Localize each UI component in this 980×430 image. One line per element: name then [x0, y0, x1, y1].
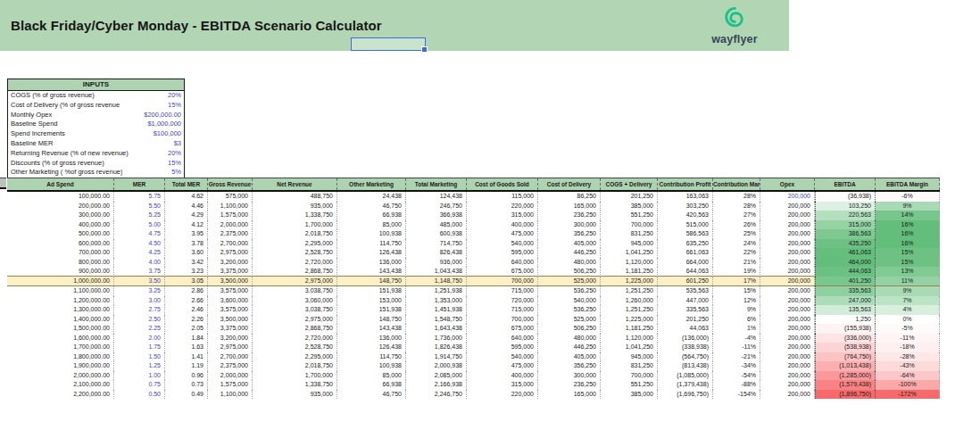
header-cell[interactable]: Net Revenue [253, 178, 337, 190]
table-cell[interactable]: 2,720,000 [253, 258, 337, 268]
input-row[interactable]: Returning Revenue (% of new revenue)20% [8, 149, 184, 159]
table-cell[interactable]: 46,750 [337, 390, 406, 400]
table-cell[interactable]: 28% [713, 202, 760, 211]
table-cell[interactable]: 2,975,000 [208, 248, 253, 258]
header-cell[interactable]: Contribution Margin [713, 178, 760, 190]
table-cell[interactable]: 447,000 [658, 296, 713, 306]
table-cell[interactable]: 115,000 [467, 192, 538, 202]
table-cell[interactable]: 200,000 [760, 248, 815, 258]
table-cell[interactable]: 356,250 [538, 229, 601, 239]
table-cell[interactable]: 461,063 [815, 248, 876, 258]
header-cell[interactable]: EBITDA Margin [876, 178, 940, 190]
table-cell[interactable]: 1,826,438 [406, 343, 467, 352]
table-cell[interactable]: 16% [876, 239, 940, 249]
table-cell[interactable]: 1,338,750 [253, 211, 337, 220]
table-cell[interactable]: 1.84 [165, 334, 208, 343]
table-cell[interactable]: 26% [713, 220, 760, 230]
table-cell[interactable]: 1,120,000 [601, 334, 658, 343]
table-cell[interactable]: 15% [876, 258, 940, 268]
table-cell[interactable]: 200,000 [760, 352, 815, 362]
table-cell[interactable]: 315,000 [815, 220, 876, 230]
table-cell[interactable]: 200,000 [760, 286, 815, 296]
table-cell[interactable]: 200,000 [760, 258, 815, 268]
table-cell[interactable]: (155,938) [815, 324, 876, 334]
table-cell[interactable]: 1,250 [815, 315, 876, 325]
table-row[interactable]: 1,600,000.002.001.843,200,0002,720,00013… [7, 334, 940, 343]
table-cell[interactable]: 595,000 [467, 248, 538, 258]
table-cell[interactable]: 220,563 [815, 211, 876, 220]
input-row[interactable]: COGS (% of gross revenue)20% [8, 91, 184, 101]
header-cell[interactable]: Contribution Profit [658, 178, 713, 190]
table-cell[interactable]: 3,575,000 [208, 305, 253, 315]
table-cell[interactable]: 2,720,000 [253, 334, 337, 343]
table-cell[interactable]: 12% [713, 296, 760, 306]
table-row[interactable]: 1,700,000.001.751.632,975,0002,528,75012… [7, 343, 940, 352]
table-cell[interactable]: 2,085,000 [406, 371, 467, 381]
table-cell[interactable]: 3.05 [165, 277, 208, 286]
table-cell[interactable]: 2,528,750 [253, 343, 337, 352]
table-cell[interactable]: 85,000 [337, 371, 406, 381]
table-cell[interactable]: 1,700,000 [253, 220, 337, 230]
table-cell[interactable]: 1,736,000 [406, 334, 467, 343]
table-cell[interactable]: 4.62 [165, 192, 208, 202]
input-value[interactable]: 20% [168, 91, 181, 101]
table-cell[interactable]: 300,000 [538, 220, 601, 230]
table-cell[interactable]: (1,696,750) [658, 390, 713, 400]
header-cell[interactable]: Cost of Delivery [538, 178, 601, 190]
table-cell[interactable]: 25% [713, 229, 760, 239]
table-cell[interactable]: 826,438 [406, 248, 467, 258]
table-cell[interactable]: 165,000 [538, 202, 601, 211]
table-cell[interactable]: 124,438 [406, 192, 467, 202]
table-cell[interactable]: 22% [713, 248, 760, 258]
table-cell[interactable]: 1% [713, 324, 760, 334]
table-cell[interactable]: 2,975,000 [253, 277, 337, 286]
table-cell[interactable]: 601,250 [658, 277, 713, 286]
table-cell[interactable]: 148,750 [337, 277, 406, 286]
table-cell[interactable]: 1,451,938 [406, 305, 467, 315]
table-cell[interactable]: 1,800,000.00 [7, 352, 114, 362]
table-cell[interactable]: (338,938) [658, 343, 713, 352]
table-cell[interactable]: 200,000 [760, 343, 815, 352]
table-cell[interactable]: 2,868,750 [253, 267, 337, 277]
header-cell[interactable]: Ad Spend [7, 178, 114, 190]
table-cell[interactable]: 1,575,000 [208, 380, 253, 390]
table-cell[interactable]: 385,000 [601, 202, 658, 211]
table-cell[interactable]: 200,000 [760, 305, 815, 315]
table-row[interactable]: 1,500,000.002.252.053,375,0002,868,75014… [7, 324, 940, 334]
table-cell[interactable]: 1,225,000 [601, 315, 658, 325]
table-cell[interactable]: (36,938) [815, 192, 876, 202]
table-cell[interactable]: 1,260,000 [601, 296, 658, 306]
input-row[interactable]: Spend Increments$100,000 [8, 129, 184, 139]
table-cell[interactable]: 2,000,000.00 [7, 371, 114, 381]
table-row[interactable]: 800,000.004.003.423,200,0002,720,000136,… [7, 258, 940, 268]
table-cell[interactable]: -21% [713, 352, 760, 362]
table-cell[interactable]: 0.75 [114, 380, 165, 390]
table-cell[interactable]: 200,000 [760, 192, 815, 202]
table-cell[interactable]: 3,500,000 [208, 315, 253, 325]
header-cell[interactable]: Total MER [165, 178, 208, 190]
table-cell[interactable]: 148,750 [337, 315, 406, 325]
table-cell[interactable]: 200,000 [760, 380, 815, 390]
table-cell[interactable]: 831,250 [601, 361, 658, 371]
table-cell[interactable]: 1,200,000.00 [7, 296, 114, 306]
table-cell[interactable]: -172% [876, 390, 940, 400]
header-cell[interactable]: MER [114, 178, 165, 190]
table-cell[interactable]: 540,000 [467, 352, 538, 362]
table-cell[interactable]: 200,000 [760, 296, 815, 306]
table-cell[interactable]: 246,750 [406, 202, 467, 211]
table-cell[interactable]: 2.46 [165, 305, 208, 315]
table-cell[interactable]: 200,000 [760, 202, 815, 211]
table-cell[interactable]: 2,246,750 [406, 390, 467, 400]
table-cell[interactable]: 126,438 [337, 343, 406, 352]
table-cell[interactable]: 525,000 [538, 315, 601, 325]
table-cell[interactable]: 600,000.00 [7, 239, 114, 249]
table-cell[interactable]: 2,375,000 [208, 229, 253, 239]
table-cell[interactable]: -88% [713, 380, 760, 390]
table-cell[interactable]: 153,000 [337, 296, 406, 306]
table-cell[interactable]: 1,575,000 [208, 211, 253, 220]
table-row[interactable]: 1,400,000.002.502.263,500,0002,975,00014… [7, 315, 940, 325]
table-cell[interactable]: 551,250 [601, 211, 658, 220]
table-cell[interactable]: 303,250 [658, 202, 713, 211]
table-cell[interactable]: 1,181,250 [601, 324, 658, 334]
table-cell[interactable]: 3,600,000 [208, 296, 253, 306]
